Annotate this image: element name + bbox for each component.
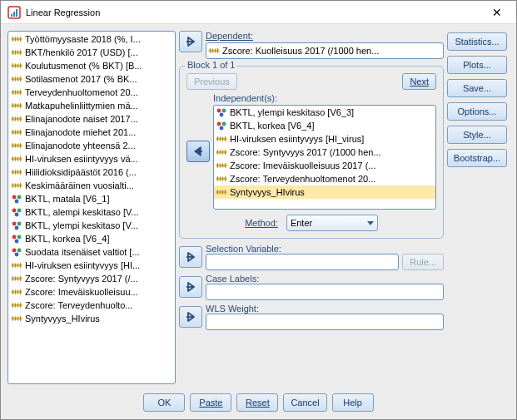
list-item-label: BKTL, ylempi keskitaso [V...	[25, 219, 138, 232]
list-item-label: Keskimääräinen vuosialti...	[25, 179, 134, 192]
titlebar[interactable]: Linear Regression ✕	[1, 1, 516, 24]
list-item[interactable]: Elinajanodote naiset 2017...	[9, 112, 174, 126]
scale-icon	[216, 160, 227, 171]
dependent-value: Zscore: Kuolleisuus 2017 (/1000 hen...	[222, 46, 379, 56]
list-item-label: Terveydenhuoltomenot 20...	[25, 86, 138, 99]
list-item[interactable]: Matkapuhelinliittymien mä...	[9, 99, 174, 112]
scale-icon	[11, 140, 22, 151]
independent-variable-list[interactable]: BKTL, ylempi keskitaso [V6_3]BKTL, korke…	[213, 105, 436, 210]
method-combo[interactable]: Enter	[286, 215, 378, 231]
list-item[interactable]: BKTL, matala [V6_1]	[9, 192, 174, 205]
list-item[interactable]: Hiilidioksidipäästöt 2016 (...	[9, 166, 174, 179]
list-item[interactable]: BKTL, korkea [V6_4]	[214, 119, 435, 132]
nominal-icon	[11, 193, 22, 205]
reset-button[interactable]: Reset	[236, 393, 278, 412]
list-item-label: BKT/henkilö 2017 (USD) [...	[25, 46, 138, 59]
list-item[interactable]: Työttömyysaste 2018 (%, I...	[9, 32, 174, 46]
list-item[interactable]: Zscore: Syntyvyys 2017 (/...	[9, 272, 174, 285]
save-button[interactable]: Save...	[447, 79, 507, 97]
nominal-icon	[216, 106, 227, 118]
next-button[interactable]: Next	[402, 73, 436, 90]
help-button[interactable]: Help	[332, 393, 374, 412]
list-item[interactable]: BKTL, ylempi keskitaso [V6_3]	[214, 106, 435, 119]
list-item[interactable]: HI-viruksen esiintyvyys vä...	[9, 152, 174, 166]
list-item[interactable]: Keskimääräinen vuosialti...	[9, 179, 174, 192]
list-item-label: Suodata itsenäiset valtiot [...	[25, 245, 140, 259]
scale-icon	[11, 286, 22, 298]
list-item[interactable]: Elinajanodote miehet 201...	[9, 126, 174, 139]
wls-row: WLS Weight:	[179, 304, 444, 330]
list-item-label: Työttömyysaste 2018 (%, I...	[25, 32, 141, 46]
caselabels-label: Case Labels:	[206, 274, 444, 284]
move-to-independent-button[interactable]	[186, 141, 210, 162]
selection-input[interactable]	[206, 254, 399, 270]
window-title: Linear Regression	[26, 7, 485, 17]
list-item[interactable]: BKTL, alempi keskitaso [V...	[9, 205, 174, 219]
arrow-right-icon	[185, 281, 196, 293]
statistics-button[interactable]: Statistics...	[447, 32, 507, 51]
scale-icon	[216, 173, 227, 185]
scale-icon	[216, 186, 227, 198]
method-label: Method:	[245, 218, 278, 228]
close-icon[interactable]: ✕	[485, 6, 510, 19]
scale-icon	[11, 273, 22, 284]
move-to-selection-button[interactable]	[179, 246, 202, 268]
list-item-label: HI-viruksen esiintyvyys vä...	[25, 152, 138, 166]
caselabels-row: Case Labels:	[179, 274, 444, 300]
list-item[interactable]: Zscore: Terveydenhuoltomenot 20...	[214, 172, 435, 185]
dependent-field[interactable]: Zscore: Kuolleisuus 2017 (/1000 hen...	[206, 42, 444, 59]
scale-icon	[11, 259, 22, 271]
caselabels-input[interactable]	[206, 284, 444, 300]
list-item[interactable]: BKT/henkilö 2017 (USD) [...	[9, 46, 174, 59]
scale-icon	[11, 180, 22, 191]
list-item-label: BKTL, korkea [V6_4]	[25, 232, 110, 245]
scale-icon	[11, 86, 22, 98]
list-item[interactable]: Zscore: Syntyvyys 2017 (/1000 hen...	[214, 146, 435, 159]
scale-icon	[11, 100, 22, 111]
scale-icon	[216, 146, 227, 158]
scale-icon	[208, 45, 220, 57]
list-item-label: BKTL, alempi keskitaso [V...	[25, 205, 139, 219]
source-variable-list[interactable]: Työttömyysaste 2018 (%, I...BKT/henkilö …	[7, 31, 176, 384]
list-item[interactable]: Zscore: Terveydenhuolto...	[9, 299, 174, 312]
list-item[interactable]: HI-viruksen esiintyvyys [HI...	[9, 259, 174, 272]
list-item-label: Syntyvyys_HIvirus	[25, 312, 100, 325]
list-item[interactable]: Sotilasmenot 2017 (% BK...	[9, 72, 174, 86]
list-item[interactable]: Zscore: Imeväiskuolleisuu...	[9, 285, 174, 299]
list-item[interactable]: Suodata itsenäiset valtiot [...	[9, 245, 174, 259]
nominal-icon	[11, 233, 22, 245]
scale-icon	[11, 153, 22, 165]
list-item-label: Zscore: Terveydenhuoltomenot 20...	[230, 172, 375, 185]
move-to-caselabels-button[interactable]	[179, 276, 202, 298]
list-item[interactable]: Syntyvyys_HIvirus	[9, 312, 174, 325]
list-item[interactable]: Elinajanodote yhteensä 2...	[9, 139, 174, 152]
list-item[interactable]: Zscore: Imeväiskuolleisuus 2017 (...	[214, 159, 435, 172]
nominal-icon	[216, 120, 227, 131]
nominal-icon	[11, 206, 22, 218]
move-to-dependent-button[interactable]	[179, 31, 202, 52]
list-item[interactable]: BKTL, korkea [V6_4]	[9, 232, 174, 245]
list-item[interactable]: Syntyvyys_HIvirus	[214, 185, 435, 199]
list-item-label: Zscore: Syntyvyys 2017 (/1000 hen...	[230, 146, 381, 159]
list-item-label: Koulutusmenot (% BKT) [B...	[25, 59, 142, 72]
plots-button[interactable]: Plots...	[447, 56, 507, 74]
list-item-label: Matkapuhelinliittymien mä...	[25, 99, 138, 112]
arrow-right-icon	[185, 251, 196, 263]
list-item[interactable]: HI-viruksen esiintyvyys [HI_virus]	[214, 132, 435, 146]
wls-input[interactable]	[206, 314, 444, 330]
list-item-label: Sotilasmenot 2017 (% BK...	[25, 72, 137, 86]
ok-button[interactable]: OK	[143, 393, 185, 412]
dependent-label: Dependent:	[206, 31, 444, 41]
options-button[interactable]: Options...	[447, 102, 507, 121]
style-button[interactable]: Style...	[447, 126, 507, 144]
cancel-button[interactable]: Cancel	[283, 393, 326, 412]
paste-button[interactable]: Paste	[190, 393, 231, 412]
list-item[interactable]: Terveydenhuoltomenot 20...	[9, 86, 174, 99]
list-item[interactable]: BKTL, ylempi keskitaso [V...	[9, 219, 174, 232]
list-item[interactable]: Koulutusmenot (% BKT) [B...	[9, 59, 174, 72]
move-to-wls-button[interactable]	[179, 306, 202, 328]
list-item-label: BKTL, matala [V6_1]	[25, 192, 110, 205]
bootstrap-button[interactable]: Bootstrap...	[447, 149, 507, 167]
scale-icon	[11, 126, 22, 138]
list-item-label: Hiilidioksidipäästöt 2016 (...	[25, 166, 137, 179]
